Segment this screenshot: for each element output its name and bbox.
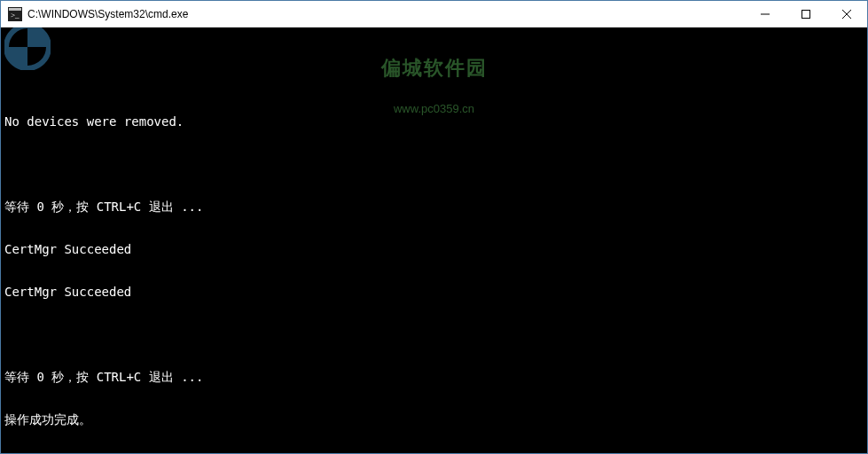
terminal-output: No devices were removed. 等待 0 秒，按 CTRL+C…: [4, 86, 864, 453]
titlebar[interactable]: >_ C:\WINDOWS\System32\cmd.exe: [1, 1, 867, 27]
terminal-line: [4, 327, 864, 341]
minimize-button[interactable]: [745, 1, 786, 27]
svg-line-5: [842, 10, 851, 19]
cmd-icon: >_: [8, 7, 22, 21]
window-title: C:\WINDOWS\System32\cmd.exe: [27, 8, 745, 20]
terminal-line: CertMgr Succeeded: [4, 242, 864, 256]
cmd-window: >_ C:\WINDOWS\System32\cmd.exe 偏城软件园 www…: [0, 0, 868, 454]
watermark-text-main: 偏城软件园: [381, 61, 488, 75]
watermark-logo-icon: [4, 27, 51, 70]
terminal-line: 等待 0 秒，按 CTRL+C 退出 ...: [4, 370, 864, 384]
svg-text:>_: >_: [11, 11, 20, 20]
close-button[interactable]: [826, 1, 867, 27]
terminal-line: No devices were removed.: [4, 114, 864, 129]
svg-rect-4: [802, 10, 810, 18]
terminal-area[interactable]: 偏城软件园 www.pc0359.cn No devices were remo…: [1, 27, 867, 453]
svg-line-6: [842, 10, 851, 19]
maximize-button[interactable]: [786, 1, 826, 27]
terminal-line: 等待 0 秒，按 CTRL+C 退出 ...: [4, 200, 864, 214]
window-controls: [745, 1, 867, 27]
terminal-line: [4, 157, 864, 171]
svg-point-7: [6, 27, 49, 68]
terminal-line: CertMgr Succeeded: [4, 285, 864, 299]
terminal-line: 操作成功完成。: [4, 412, 864, 427]
